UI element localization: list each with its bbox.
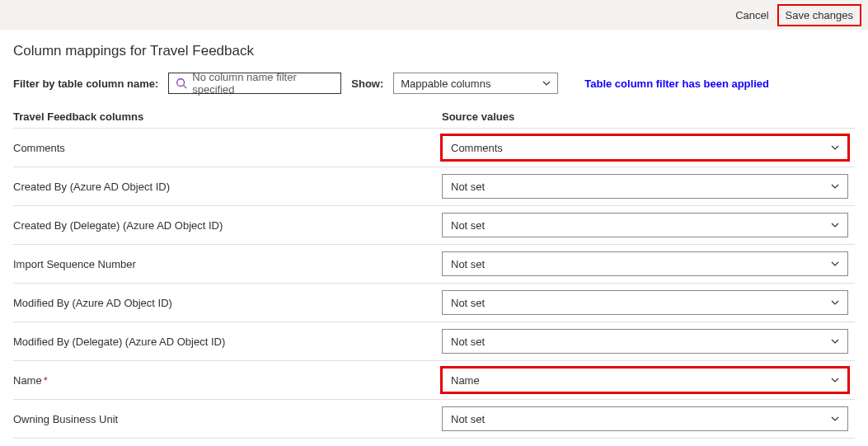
svg-point-0 — [177, 79, 185, 87]
save-highlight: Save changes — [777, 4, 861, 26]
source-value-text: Not set — [451, 336, 485, 348]
source-value-select[interactable]: Not set — [442, 406, 848, 431]
mapping-row: Name*Name — [13, 361, 855, 400]
column-label-text: Owning Business Unit — [13, 413, 118, 425]
source-value-text: Not set — [451, 219, 485, 232]
source-cell: Not set — [442, 251, 855, 276]
mapping-row: Import Sequence NumberNot set — [13, 245, 855, 284]
top-bar: Cancel Save changes — [0, 0, 868, 30]
filter-placeholder: No column name filter specified — [192, 71, 334, 96]
column-label: Created By (Delegate) (Azure AD Object I… — [13, 219, 442, 232]
filter-label: Filter by table column name: — [13, 77, 158, 90]
source-value-select[interactable]: Not set — [442, 329, 848, 354]
source-value-select[interactable]: Not set — [442, 174, 848, 199]
source-value-text: Not set — [451, 413, 485, 425]
show-select[interactable]: Mappable columns — [393, 73, 558, 94]
chevron-down-icon — [831, 221, 839, 229]
source-value-select[interactable]: Comments — [442, 135, 848, 160]
chevron-down-icon — [831, 298, 839, 307]
required-indicator: * — [44, 374, 48, 387]
chevron-down-icon — [831, 376, 839, 384]
page-title: Column mappings for Travel Feedback — [13, 43, 855, 59]
mapping-row: Modified By (Delegate) (Azure AD Object … — [13, 322, 855, 361]
column-label-text: Modified By (Azure AD Object ID) — [13, 297, 172, 309]
search-icon — [176, 77, 187, 89]
chevron-down-icon — [831, 260, 839, 268]
page-body: Column mappings for Travel Feedback Filt… — [0, 30, 868, 446]
source-value-select[interactable]: Not set — [442, 290, 848, 315]
column-label: Modified By (Delegate) (Azure AD Object … — [13, 336, 442, 348]
chevron-down-icon — [831, 415, 839, 423]
chevron-down-icon — [542, 79, 551, 87]
column-label-text: Created By (Delegate) (Azure AD Object I… — [13, 219, 223, 232]
source-cell: Not set — [442, 406, 855, 431]
mapping-row: Created By (Azure AD Object ID)Not set — [13, 167, 855, 206]
column-label: Import Sequence Number — [13, 258, 442, 270]
column-label: Comments — [13, 142, 442, 154]
save-changes-button[interactable]: Save changes — [782, 7, 856, 23]
source-value-text: Not set — [451, 181, 485, 193]
source-value-text: Name — [451, 374, 480, 387]
column-label: Modified By (Azure AD Object ID) — [13, 297, 442, 309]
source-cell: Not set — [442, 329, 855, 354]
column-label: Name* — [13, 374, 442, 387]
source-value-select[interactable]: Not set — [442, 251, 848, 276]
source-cell: Comments — [442, 135, 855, 160]
source-value-select[interactable]: Name — [442, 368, 848, 392]
source-value-text: Comments — [451, 142, 503, 154]
column-label-text: Created By (Azure AD Object ID) — [13, 181, 170, 193]
column-label-text: Comments — [13, 142, 65, 154]
show-label: Show: — [351, 77, 383, 90]
mapping-row: Created By (Delegate) (Azure AD Object I… — [13, 206, 855, 245]
mapping-row: CommentsComments — [13, 129, 855, 167]
source-value-text: Not set — [451, 258, 485, 270]
column-name-filter-input[interactable]: No column name filter specified — [168, 73, 341, 94]
column-headers: Travel Feedback columns Source values — [13, 110, 855, 123]
source-value-select[interactable]: Not set — [442, 213, 848, 237]
column-label-text: Name — [13, 374, 42, 387]
column-label-text: Import Sequence Number — [13, 258, 136, 270]
column-label-text: Modified By (Delegate) (Azure AD Object … — [13, 336, 225, 348]
chevron-down-icon — [831, 182, 839, 190]
source-cell: Name — [442, 368, 855, 392]
column-label: Created By (Azure AD Object ID) — [13, 181, 442, 193]
column-label: Owning Business Unit — [13, 413, 442, 425]
chevron-down-icon — [831, 143, 839, 152]
source-cell: Not set — [442, 213, 855, 237]
mapping-rows: CommentsCommentsCreated By (Azure AD Obj… — [13, 128, 855, 439]
source-cell: Not set — [442, 290, 855, 315]
chevron-down-icon — [831, 337, 839, 345]
source-cell: Not set — [442, 174, 855, 199]
right-column-header: Source values — [442, 110, 514, 123]
mapping-row: Owning Business UnitNot set — [13, 400, 855, 439]
show-select-value: Mappable columns — [401, 77, 490, 90]
svg-line-1 — [184, 86, 187, 89]
filter-applied-message: Table column filter has been applied — [584, 77, 769, 90]
source-value-text: Not set — [451, 297, 485, 309]
left-column-header: Travel Feedback columns — [13, 110, 442, 123]
mapping-row: Modified By (Azure AD Object ID)Not set — [13, 284, 855, 322]
filter-row: Filter by table column name: No column n… — [13, 73, 855, 94]
cancel-button[interactable]: Cancel — [727, 4, 777, 26]
